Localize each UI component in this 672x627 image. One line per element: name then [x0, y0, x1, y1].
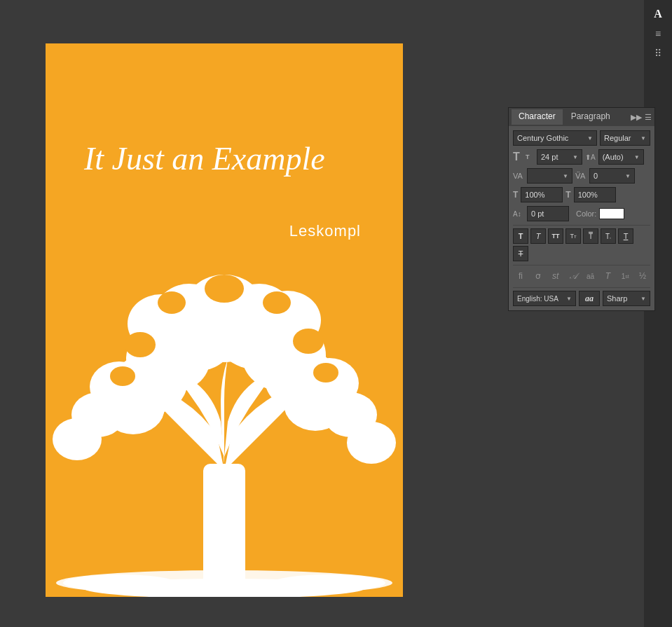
strikethrough-button[interactable]: T: [513, 246, 528, 261]
baseline-icon: A↕: [513, 210, 524, 218]
font-style-arrow: ▼: [640, 135, 646, 142]
horizontal-scale-input[interactable]: 100%: [574, 187, 616, 202]
sidebar-icon-grid[interactable]: ⠿: [647, 45, 669, 62]
allcaps-button[interactable]: TT: [548, 228, 563, 244]
oldstyle-button[interactable]: ơ: [530, 268, 546, 284]
font-style-dropdown[interactable]: Regular ▼: [600, 130, 650, 146]
antialias-method-dropdown[interactable]: Sharp ▼: [603, 291, 650, 306]
panel-expand-icon[interactable]: ▶▶: [631, 113, 642, 122]
tracking-arrow: ▼: [625, 173, 631, 179]
superscript-button[interactable]: T: [583, 228, 598, 244]
svg-point-28: [313, 363, 338, 383]
svg-rect-1: [203, 464, 245, 590]
tree-illustration: [49, 205, 399, 597]
italic-button[interactable]: T: [530, 228, 546, 244]
panel-tab-arrows: ▶▶ ☰: [631, 113, 652, 122]
kerning-arrow: ▼: [563, 173, 568, 179]
font-size-input[interactable]: 24 pt ▼: [537, 149, 582, 165]
artwork-title: It Just an Example: [84, 142, 325, 177]
svg-point-22: [125, 332, 156, 357]
sidebar-icon-text[interactable]: A: [647, 6, 669, 22]
tracking-input[interactable]: 0 ▼: [589, 168, 635, 184]
svg-point-25: [158, 291, 186, 314]
divider-3: [513, 287, 650, 288]
antialias-method-arrow: ▼: [640, 296, 646, 302]
underline-button[interactable]: T: [618, 228, 633, 244]
kerning-tracking-row: VA ▼ V̈A 0 ▼: [513, 168, 650, 184]
smallcaps-button[interactable]: Tt: [565, 228, 581, 244]
font-size-t-small: T: [526, 153, 534, 160]
color-label: Color:: [576, 209, 596, 218]
text-style-buttons: T T TT Tt T T, T T: [513, 228, 650, 261]
baseline-input[interactable]: 0 pt: [527, 206, 569, 221]
panel-body: Century Gothic ▼ Regular ▼ T T 24 pt ▼ ⬆…: [509, 126, 654, 310]
character-panel: Character Paragraph ▶▶ ☰ Century Gothic …: [508, 107, 655, 311]
horizontal-scale-icon: T: [565, 190, 570, 200]
canvas-area: It Just an Example Leskompl: [0, 0, 644, 627]
fraction-button[interactable]: ½: [635, 268, 650, 284]
leading-arrow: ▼: [634, 154, 640, 160]
font-family-arrow: ▼: [587, 135, 593, 142]
stylistic-button[interactable]: st: [548, 268, 563, 284]
right-sidebar: A ≡ ⠿: [644, 0, 672, 627]
swash-button[interactable]: 𝒜: [565, 268, 581, 284]
color-swatch[interactable]: [599, 208, 624, 219]
kerning-icon: VA: [513, 172, 524, 180]
glyph-buttons: fi ơ st 𝒜 aā T 1st ½: [513, 268, 650, 284]
font-family-dropdown[interactable]: Century Gothic ▼: [513, 130, 597, 146]
divider-2: [513, 265, 650, 266]
font-size-arrow: ▼: [572, 154, 578, 160]
vertical-scale-icon: T: [513, 190, 518, 200]
kerning-input[interactable]: ▼: [527, 168, 572, 184]
language-antialias-row: English: USA ▼ aa Sharp ▼: [513, 291, 650, 306]
ligature-button[interactable]: fi: [513, 268, 528, 284]
svg-point-24: [205, 275, 244, 303]
panel-tabs: Character Paragraph ▶▶ ☰: [509, 108, 654, 126]
ordinal-button[interactable]: 1st: [617, 268, 633, 284]
font-size-row: T T 24 pt ▼ ⬆A (Auto) ▼: [513, 149, 650, 165]
svg-point-23: [293, 329, 324, 354]
scale-row: T 100% T 100%: [513, 187, 650, 202]
bold-button[interactable]: T: [513, 228, 528, 244]
tab-paragraph[interactable]: Paragraph: [564, 109, 617, 125]
baseline-color-row: A↕ 0 pt Color:: [513, 206, 650, 221]
language-dropdown[interactable]: English: USA ▼: [513, 291, 576, 306]
leading-input[interactable]: (Auto) ▼: [598, 149, 644, 165]
font-size-icon: T: [513, 151, 523, 163]
sidebar-icon-menu[interactable]: ≡: [647, 25, 669, 42]
font-family-row: Century Gothic ▼ Regular ▼: [513, 130, 650, 146]
artwork-canvas: It Just an Example Leskompl: [46, 43, 403, 597]
svg-point-21: [53, 418, 102, 460]
subscript-button[interactable]: T,: [601, 228, 616, 244]
divider-1: [513, 225, 650, 226]
panel-menu-icon[interactable]: ☰: [645, 113, 652, 122]
contextual-button[interactable]: T: [600, 268, 615, 284]
svg-point-27: [110, 366, 135, 386]
svg-point-20: [347, 422, 396, 464]
svg-point-26: [263, 291, 291, 314]
leading-icon: ⬆A: [585, 153, 596, 161]
vertical-scale-input[interactable]: 100%: [521, 187, 563, 202]
tab-character[interactable]: Character: [512, 109, 563, 125]
language-arrow: ▼: [566, 296, 572, 302]
titling-button[interactable]: aā: [583, 268, 598, 284]
tracking-icon: V̈A: [575, 172, 587, 181]
antialias-label: aa: [579, 291, 600, 306]
